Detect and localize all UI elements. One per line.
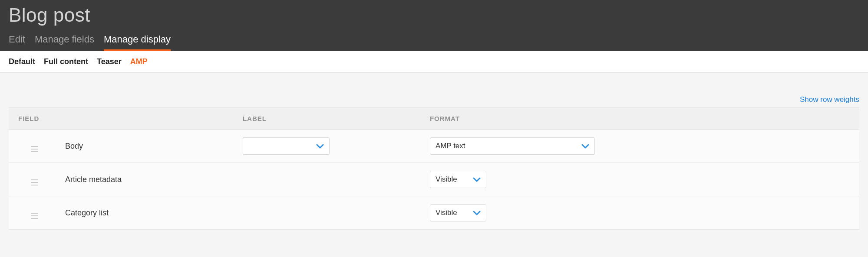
label-cell [238, 196, 426, 230]
drag-handle-icon[interactable] [31, 213, 38, 219]
show-row-weights-link[interactable]: Show row weights [800, 95, 859, 104]
drag-cell [9, 130, 61, 163]
primary-tabs: EditManage fieldsManage display [9, 29, 859, 51]
column-header-label: LABEL [238, 108, 426, 130]
drag-handle-icon[interactable] [31, 146, 38, 152]
primary-tab[interactable]: Manage display [104, 30, 171, 51]
field-name-cell: Article metadata [61, 163, 238, 196]
format-select[interactable]: Visible [430, 171, 486, 188]
format-cell: AMP text [426, 130, 859, 163]
column-header-field: FIELD [9, 108, 238, 130]
label-select[interactable] [243, 137, 330, 155]
field-name-cell: Body [61, 130, 238, 163]
page-title: Blog post [9, 0, 859, 29]
format-select[interactable]: Visible [430, 204, 486, 221]
format-select[interactable]: AMP text [430, 137, 595, 155]
chevron-down-icon [581, 143, 589, 149]
label-cell [238, 130, 426, 163]
label-cell [238, 163, 426, 196]
table-row: Article metadataVisible [9, 163, 859, 196]
column-header-format: FORMAT [426, 108, 859, 130]
secondary-tab[interactable]: Teaser [97, 57, 122, 66]
drag-cell [9, 163, 61, 196]
display-fields-table: FIELD LABEL FORMAT BodyAMP textArticle m… [9, 107, 859, 230]
page-header: Blog post EditManage fieldsManage displa… [0, 0, 868, 51]
table-row: BodyAMP text [9, 130, 859, 163]
format-select-value: AMP text [436, 142, 465, 150]
secondary-tab[interactable]: Default [9, 57, 35, 66]
format-select-value: Visible [436, 208, 457, 217]
table-row: Category listVisible [9, 196, 859, 230]
table-header-row: FIELD LABEL FORMAT [9, 108, 859, 130]
chevron-down-icon [473, 177, 481, 182]
row-weights-wrapper: Show row weights [9, 95, 859, 107]
primary-tab[interactable]: Manage fields [35, 30, 94, 51]
format-select-value: Visible [436, 175, 457, 184]
primary-tab[interactable]: Edit [9, 30, 25, 51]
drag-handle-icon[interactable] [31, 179, 38, 185]
content-region: Show row weights FIELD LABEL FORMAT Body… [0, 73, 868, 230]
field-name-cell: Category list [61, 196, 238, 230]
chevron-down-icon [316, 143, 324, 149]
format-cell: Visible [426, 163, 859, 196]
secondary-tab[interactable]: AMP [130, 57, 148, 66]
secondary-tabs: DefaultFull contentTeaserAMP [0, 51, 868, 73]
drag-cell [9, 196, 61, 230]
secondary-tab[interactable]: Full content [44, 57, 88, 66]
format-cell: Visible [426, 196, 859, 230]
chevron-down-icon [473, 210, 481, 215]
